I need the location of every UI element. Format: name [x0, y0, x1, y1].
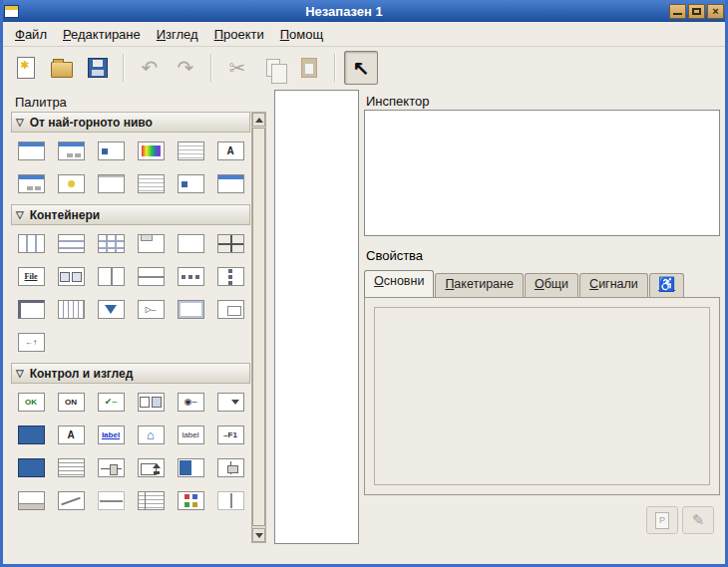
palette-title: Палитра	[15, 95, 67, 110]
palette-item-spin-button[interactable]	[131, 451, 171, 484]
palette-item-file-dialog[interactable]	[171, 135, 210, 167]
palette-item-radio-button[interactable]: ◉–	[171, 386, 210, 419]
palette-item-check-button[interactable]: ✔–	[91, 386, 131, 419]
inspector-view[interactable]	[364, 110, 720, 236]
palette-section-controls[interactable]: ▽ Контрол и изглед	[11, 363, 250, 384]
palette-section-toplevel[interactable]: ▽ От най-горното ниво	[11, 112, 250, 133]
palette-item-combo-box[interactable]	[131, 386, 171, 419]
palette-item-chooser-dialog[interactable]	[171, 167, 210, 200]
palette-item-label[interactable]: label	[171, 419, 210, 451]
close-button[interactable]: ×	[707, 4, 724, 19]
palette-item-vpaned[interactable]	[131, 260, 171, 293]
undo-icon: ↶	[142, 58, 159, 78]
palette-item-button[interactable]: OK	[11, 386, 51, 419]
palette-item-viewport[interactable]	[171, 293, 210, 326]
doc-info-button[interactable]: P	[646, 506, 678, 534]
cut-button[interactable]: ✂	[220, 51, 254, 85]
palette-item-icon-view[interactable]	[171, 484, 210, 517]
palette-item-event-box[interactable]	[91, 293, 131, 326]
palette-item-entry[interactable]	[11, 419, 51, 451]
paste-button[interactable]	[292, 51, 326, 85]
palette-item-handle-box[interactable]	[11, 293, 51, 326]
palette-item-drawing-area[interactable]	[51, 484, 91, 517]
palette-item-assistant[interactable]	[91, 167, 131, 200]
palette-item-recent-dialog[interactable]	[131, 167, 171, 200]
scrollbar-thumb[interactable]	[252, 128, 265, 526]
edit-button[interactable]: ✎	[682, 506, 714, 534]
palette-item-aspect-frame[interactable]	[210, 293, 250, 326]
palette-item-link-button[interactable]: label	[91, 419, 131, 451]
chooser-dialog-icon	[178, 174, 204, 193]
palette-item-tree-view[interactable]	[131, 484, 171, 517]
dialog-icon	[58, 142, 85, 160]
maximize-button[interactable]	[688, 4, 705, 19]
tab-accessibility[interactable]: ♿	[649, 273, 684, 297]
menu-edit[interactable]: Редактиране	[55, 24, 149, 45]
palette-item-expander[interactable]: ▷–	[131, 293, 171, 326]
palette-item-dialog[interactable]	[51, 135, 91, 167]
title-bar[interactable]: Незапазен 1 ×	[0, 0, 728, 22]
palette-item-frame[interactable]	[171, 227, 210, 260]
scroll-up-button[interactable]	[252, 113, 265, 127]
palette-item-vbuttonbox[interactable]	[210, 260, 250, 293]
palette-item-scrolled-window[interactable]	[210, 227, 250, 260]
palette-item-hscale[interactable]	[91, 451, 131, 484]
palette-item-alignment[interactable]: ←↑	[11, 326, 51, 359]
palette-item-menubar[interactable]: File	[11, 260, 51, 293]
palette-item-hbox[interactable]	[11, 227, 51, 260]
palette-item-vscale[interactable]	[210, 451, 250, 484]
palette-item-window[interactable]	[11, 135, 51, 167]
properties-title: Свойства	[366, 248, 423, 263]
toolbar-widget-icon	[58, 267, 85, 286]
palette-item-input-dialog[interactable]	[11, 167, 51, 200]
save-button[interactable]	[81, 51, 115, 85]
tab-common[interactable]: Общи	[525, 273, 578, 297]
palette-item-vbox[interactable]	[51, 227, 91, 260]
palette-item-statusbar[interactable]	[11, 484, 51, 517]
palette-item-hpaned[interactable]	[91, 260, 131, 293]
design-canvas[interactable]	[274, 90, 359, 544]
palette-scrollbar[interactable]	[251, 112, 266, 543]
right-panel: Инспектор Свойства Основни Пакетиране Об…	[364, 88, 720, 544]
palette-item-about-dialog[interactable]	[51, 167, 91, 200]
menu-file[interactable]: Файл	[7, 24, 55, 45]
palette-item-text-view[interactable]	[51, 451, 91, 484]
palette-item-notebook[interactable]	[131, 227, 171, 260]
palette-item-toolbar[interactable]	[51, 260, 91, 293]
tab-signals[interactable]: Сигнали	[579, 273, 648, 297]
palette-item-color-dialog[interactable]	[131, 135, 171, 167]
minimize-button[interactable]	[669, 4, 686, 19]
palette-item-image[interactable]: ⌂	[131, 419, 171, 451]
new-button[interactable]	[9, 51, 43, 85]
palette-item-table[interactable]	[91, 227, 131, 260]
palette-item-accelerator[interactable]: –F1	[210, 419, 250, 451]
palette-item-layout[interactable]	[51, 293, 91, 326]
selector-button[interactable]: ↖	[344, 51, 378, 85]
palette-item-font-dialog[interactable]: A	[210, 135, 250, 167]
undo-button[interactable]: ↶	[133, 51, 167, 85]
menu-help[interactable]: Помощ	[272, 24, 331, 45]
copy-button[interactable]	[256, 51, 290, 85]
palette-item-progress-bar[interactable]	[171, 451, 210, 484]
redo-button[interactable]: ↷	[169, 51, 202, 85]
text-view-icon	[58, 458, 85, 477]
open-button[interactable]	[45, 51, 79, 85]
palette-item-hbuttonbox[interactable]	[171, 260, 210, 293]
palette-item-option-menu[interactable]	[210, 386, 250, 419]
palette-item-hseparator[interactable]	[91, 484, 131, 517]
scroll-down-button[interactable]	[252, 528, 265, 542]
tab-general[interactable]: Основни	[364, 270, 434, 297]
status-bar	[3, 546, 725, 564]
palette-item-combo-entry[interactable]	[11, 451, 51, 484]
palette-item-utility-window[interactable]	[210, 167, 250, 200]
menu-projects[interactable]: Проекти	[206, 24, 272, 45]
palette-item-accel-label[interactable]: A	[51, 419, 91, 451]
section-label: Контейнери	[30, 208, 100, 222]
palette-section-containers[interactable]: ▽ Контейнери	[11, 204, 250, 225]
palette-item-toggle-button[interactable]: ON	[51, 386, 91, 419]
menu-view[interactable]: Изглед	[149, 24, 206, 45]
tab-packing[interactable]: Пакетиране	[435, 273, 524, 297]
palette-item-message-dialog[interactable]	[91, 135, 131, 167]
palette-item-vseparator[interactable]	[210, 484, 250, 517]
option-menu-icon	[217, 393, 244, 412]
